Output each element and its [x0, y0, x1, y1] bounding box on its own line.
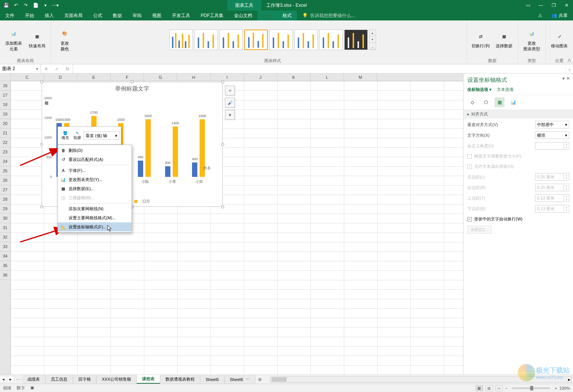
formula-input[interactable] [73, 64, 565, 73]
tab-insert[interactable]: 插入 [39, 11, 59, 20]
row-32[interactable]: 32 [0, 233, 10, 242]
ctx-major-gridlines-format[interactable]: 设置主要网格线格式(M)... [58, 213, 131, 222]
restore-icon[interactable]: ❐ [547, 0, 560, 11]
outline-button[interactable]: ✎ 轮廓 [72, 131, 83, 141]
row-20[interactable]: 20 [0, 119, 10, 128]
zoom-thumb[interactable] [530, 386, 533, 390]
bar-group-4[interactable]: 3001400 [165, 127, 186, 177]
tab-review[interactable]: 审阅 [127, 11, 147, 20]
scroll-first-icon[interactable]: ◂ [0, 377, 7, 382]
new-sheet-button[interactable]: ⊕ [255, 375, 264, 384]
quick-layout-button[interactable]: ▦ 快速布局 [27, 24, 48, 55]
name-box-dropdown-icon[interactable]: ▾ [36, 66, 38, 72]
row-29[interactable]: 29 [0, 204, 10, 214]
row-16[interactable]: 16 [0, 81, 10, 91]
chart-styles-button[interactable]: 🖌 [225, 98, 235, 108]
minimize-icon[interactable]: — [534, 0, 547, 11]
move-chart-button[interactable]: ⤢ 移动图表 [549, 24, 570, 55]
style-7[interactable] [319, 30, 343, 50]
row-36[interactable]: 36 [0, 270, 10, 280]
undo-icon[interactable]: ↶ [11, 1, 20, 10]
gallery-down-icon[interactable]: ▾ [370, 36, 376, 43]
change-chart-type-button[interactable]: 📊 更改 图表类型 [521, 24, 542, 55]
col-I[interactable]: I [211, 73, 244, 81]
x-axis-title[interactable]: 姓名 [203, 166, 211, 171]
row-21[interactable]: 21 [0, 128, 10, 138]
col-M[interactable]: M [344, 73, 377, 81]
tab-design[interactable]: 设计 [258, 11, 277, 20]
col-C[interactable]: C [11, 73, 44, 81]
sheet-tab-2[interactable]: 田字格 [73, 375, 97, 384]
ctx-add-minor-gridlines[interactable]: 添加次要网格线(N) [58, 204, 131, 213]
pane-dropdown-icon[interactable]: ▾ [562, 76, 565, 81]
tab-file[interactable]: 文件 [0, 11, 20, 20]
name-box[interactable]: 图表 2 ▾ [0, 64, 41, 73]
subtab-text-options[interactable]: 文本选项 [497, 87, 514, 92]
style-8[interactable] [344, 30, 368, 50]
zoom-level[interactable]: 100% [559, 386, 570, 390]
tab-pdftools[interactable]: PDF工具集 [195, 11, 229, 20]
row-23[interactable]: 23 [0, 147, 10, 157]
ctx-change-chart-type[interactable]: 📊更改图表类型(Y)... [58, 175, 131, 184]
col-K[interactable]: K [277, 73, 311, 81]
ribbon-options-icon[interactable]: ▭ [521, 0, 534, 11]
gallery-nav[interactable]: ▴▾⎯ [369, 30, 376, 50]
collapse-ribbon-icon[interactable]: ᐱ [568, 58, 571, 63]
share-button[interactable]: 👥 共享 [546, 11, 573, 20]
tab-view[interactable]: 视图 [147, 11, 167, 20]
qat-customize-icon[interactable]: ▾ [41, 1, 50, 10]
field-wrap[interactable]: ✓ 形状中的文字自动换行(W) [467, 216, 569, 223]
row-22[interactable]: 22 [0, 138, 10, 147]
col-F[interactable]: F [111, 73, 144, 81]
row-35[interactable]: 35 [0, 261, 10, 270]
col-L[interactable]: L [311, 73, 344, 81]
cells-grid[interactable]: 举例标题文字 销售额 2000 1500 1000 500 0 15001500… [11, 81, 463, 375]
sheet-tab-0[interactable]: 成绩表 [22, 375, 45, 384]
section-alignment[interactable]: ▸ 对齐方式 [464, 110, 573, 119]
hscroll-thumb[interactable] [272, 377, 287, 382]
sheet-tab-7[interactable]: Sheet6 ⋯ [225, 375, 255, 384]
style-4[interactable] [244, 30, 268, 50]
gallery-more-icon[interactable]: ⎯ [370, 43, 376, 49]
view-page-layout-button[interactable]: ▤ [486, 385, 493, 391]
axis-options-icon[interactable]: 📊 [508, 97, 518, 107]
ctx-format-axis[interactable]: 📐设置坐标轴格式(F)... [58, 222, 131, 231]
chart-filters-button[interactable]: ▾ [225, 110, 235, 120]
tab-home[interactable]: 开始 [20, 11, 39, 20]
row-34[interactable]: 34 [0, 251, 10, 261]
enter-icon[interactable]: ✓ [52, 66, 62, 72]
tab-pagelayout[interactable]: 页面布局 [59, 11, 88, 20]
style-3[interactable] [219, 30, 243, 50]
size-properties-icon[interactable]: ▦ [495, 97, 504, 107]
view-normal-button[interactable]: ▦ [476, 385, 483, 391]
ctx-reset-style[interactable]: ↺重设以匹配样式(A) [58, 155, 131, 164]
subtab-axis-options[interactable]: 坐标轴选项 ▾ [467, 87, 492, 92]
zoom-slider[interactable] [512, 387, 550, 389]
qat-more-icon[interactable]: ⋯▾ [51, 1, 60, 10]
chart-elements-button[interactable]: ＋ [225, 86, 235, 95]
checkbox-icon[interactable]: ✓ [467, 217, 472, 222]
select-data-button[interactable]: ▦ 选择数据 [493, 24, 515, 55]
formula-expand-icon[interactable]: ⌄ [565, 64, 573, 73]
sheet-tab-1[interactable]: 员工信息 [45, 375, 73, 384]
col-J[interactable]: J [244, 73, 277, 81]
tab-data[interactable]: 数据 [108, 11, 127, 20]
row-24[interactable]: 24 [0, 157, 10, 166]
col-E[interactable]: E [77, 73, 111, 81]
warning-icon[interactable]: ⚠ [534, 11, 546, 20]
save-icon[interactable]: 💾 [2, 1, 11, 10]
zoom-out-icon[interactable]: − [505, 386, 507, 390]
view-page-break-button[interactable]: ▭ [495, 385, 503, 391]
row-19[interactable]: 19 [0, 109, 10, 119]
style-1[interactable] [169, 30, 193, 50]
row-17[interactable]: 17 [0, 91, 10, 100]
fx-icon[interactable]: fx [62, 66, 73, 72]
tell-me-search[interactable]: 💡 告诉我您想要做什么... [297, 11, 534, 20]
row-27[interactable]: 27 [0, 185, 10, 195]
tab-developer[interactable]: 开发工具 [167, 11, 195, 20]
row-18[interactable]: 18 [0, 100, 10, 109]
chart-title[interactable]: 举例标题文字 [42, 82, 222, 94]
select-all-corner[interactable] [0, 73, 11, 81]
redo-icon[interactable]: ↷ [21, 1, 30, 10]
row-33[interactable]: 33 [0, 242, 10, 251]
